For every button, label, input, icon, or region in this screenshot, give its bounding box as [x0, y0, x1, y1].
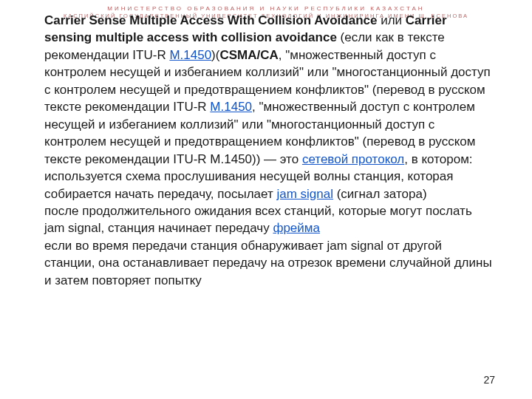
link-frame[interactable]: фрейма [273, 221, 320, 235]
text: после продолжительного ожидания всех ста… [44, 204, 472, 235]
text: или [377, 13, 405, 27]
link-network-protocol[interactable]: сетевой протокол [302, 152, 404, 166]
term-csma-ca-1: Carrier Sense Multiple Access With Colli… [44, 13, 377, 27]
paragraph-3: после продолжительного ожидания всех ста… [44, 202, 495, 237]
link-m1450-1[interactable]: M.1450 [169, 48, 211, 62]
page-number: 27 [483, 374, 495, 386]
paragraph-2: используется схема прослушивания несущей… [44, 168, 495, 202]
abbr-csma-ca: CSMA/CA [219, 48, 278, 62]
text: (сигнал затора) [333, 187, 427, 201]
slide-body: Carrier Sense Multiple Access With Colli… [44, 12, 495, 289]
paragraph-1: Carrier Sense Multiple Access With Colli… [44, 12, 495, 168]
link-m1450-2[interactable]: M.1450 [210, 100, 252, 114]
text: )( [211, 48, 219, 62]
text: , в котором: [404, 152, 472, 166]
paragraph-4: если во время передачи станция обнаружив… [44, 237, 495, 289]
link-jam-signal[interactable]: jam signal [276, 187, 333, 201]
